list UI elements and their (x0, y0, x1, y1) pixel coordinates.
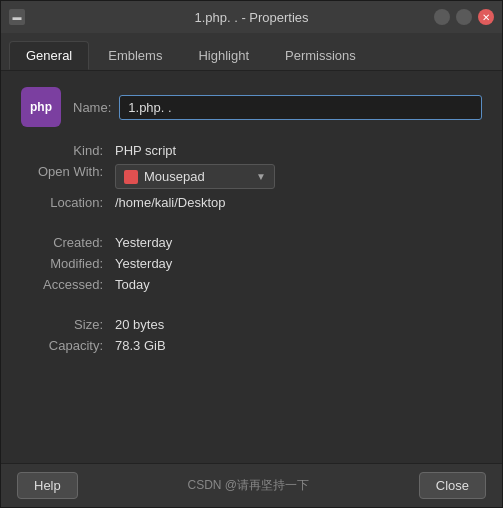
window-icon-symbol: ▬ (13, 12, 22, 22)
app-selector-dropdown[interactable]: Mousepad ▼ (115, 164, 275, 189)
window-title: 1.php. . - Properties (194, 10, 308, 25)
tab-bar: General Emblems Highlight Permissions (1, 33, 502, 71)
name-row: Name: (73, 95, 482, 120)
tab-general[interactable]: General (9, 41, 89, 70)
app-name: Mousepad (144, 169, 205, 184)
file-type-icon: php (21, 87, 61, 127)
modified-label: Modified: (21, 256, 111, 271)
close-icon: ✕ (482, 12, 490, 23)
tab-highlight[interactable]: Highlight (181, 41, 266, 70)
open-with-row: Mousepad ▼ (115, 164, 482, 189)
maximize-button[interactable] (456, 9, 472, 25)
created-label: Created: (21, 235, 111, 250)
capacity-label: Capacity: (21, 338, 111, 353)
tab-emblems[interactable]: Emblems (91, 41, 179, 70)
titlebar-left: ▬ (9, 9, 25, 25)
info-grid: Kind: PHP script Open With: Mousepad ▼ L… (21, 143, 482, 353)
help-button[interactable]: Help (17, 472, 78, 499)
close-footer-button[interactable]: Close (419, 472, 486, 499)
kind-value: PHP script (115, 143, 482, 158)
footer: Help CSDN @请再坚持一下 Close (1, 463, 502, 507)
open-with-label: Open With: (21, 164, 111, 189)
file-name-input[interactable] (119, 95, 482, 120)
window-icon: ▬ (9, 9, 25, 25)
created-value: Yesterday (115, 235, 482, 250)
tab-permissions[interactable]: Permissions (268, 41, 373, 70)
properties-window: ▬ 1.php. . - Properties ✕ General Emblem… (0, 0, 503, 508)
size-value: 20 bytes (115, 317, 482, 332)
location-value: /home/kali/Desktop (115, 195, 482, 210)
kind-label: Kind: (21, 143, 111, 158)
modified-value: Yesterday (115, 256, 482, 271)
mousepad-icon (124, 170, 138, 184)
main-content: php Name: Kind: PHP script Open With: Mo… (1, 71, 502, 463)
file-header: php Name: (21, 87, 482, 127)
minimize-button[interactable] (434, 9, 450, 25)
capacity-value: 78.3 GiB (115, 338, 482, 353)
location-label: Location: (21, 195, 111, 210)
name-label: Name: (73, 100, 111, 115)
dropdown-arrow-icon: ▼ (256, 171, 266, 182)
php-icon-text: php (30, 100, 52, 114)
watermark-text: CSDN @请再坚持一下 (187, 477, 309, 494)
size-label: Size: (21, 317, 111, 332)
accessed-value: Today (115, 277, 482, 292)
titlebar: ▬ 1.php. . - Properties ✕ (1, 1, 502, 33)
titlebar-buttons: ✕ (434, 9, 494, 25)
accessed-label: Accessed: (21, 277, 111, 292)
close-button[interactable]: ✕ (478, 9, 494, 25)
